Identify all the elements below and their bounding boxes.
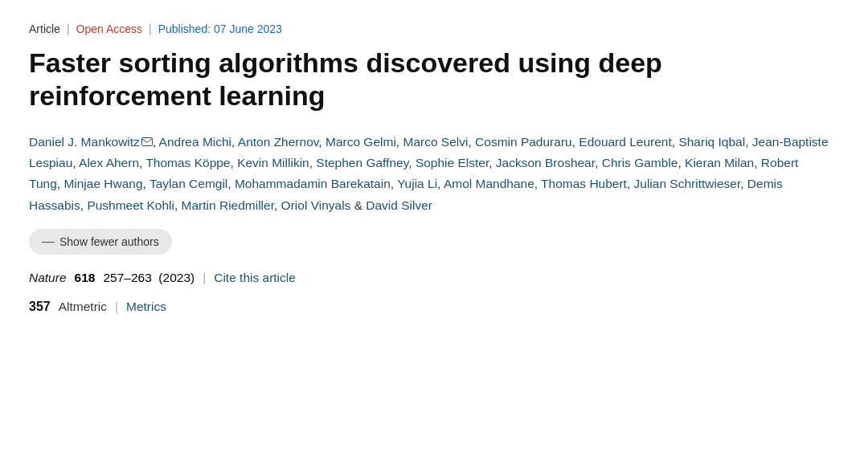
author-link[interactable]: Mohammadamin Barekatain bbox=[235, 177, 391, 190]
author-link[interactable]: Marco Selvi bbox=[403, 135, 468, 149]
author-link[interactable]: Pushmeet Kohli bbox=[87, 198, 174, 212]
cite-this-article-link[interactable]: Cite this article bbox=[214, 271, 296, 285]
author-link[interactable]: Thomas Hubert bbox=[541, 177, 627, 190]
author-link[interactable]: David Silver bbox=[366, 198, 432, 212]
metrics-link[interactable]: Metrics bbox=[126, 300, 166, 314]
author-link[interactable]: Edouard Leurent bbox=[579, 135, 671, 149]
journal-name: Nature bbox=[29, 271, 67, 285]
pages-year: 257–263 (2023) bbox=[103, 271, 194, 285]
author-link[interactable]: Andrea Michi bbox=[159, 135, 231, 149]
author-link[interactable]: Marco Gelmi bbox=[326, 135, 396, 149]
author-link[interactable]: Kieran Milan bbox=[685, 156, 754, 169]
author-link[interactable]: Taylan Cemgil bbox=[149, 177, 227, 190]
meta-bar: Article | Open Access | Published: 07 Ju… bbox=[29, 22, 839, 35]
citation-separator: | bbox=[203, 271, 206, 285]
author-link[interactable]: Anton Zhernov bbox=[238, 135, 319, 149]
author-link[interactable]: Yujia Li bbox=[397, 177, 437, 190]
author-link[interactable]: Amol Mandhane bbox=[444, 177, 534, 190]
altmetric-score: 357 bbox=[29, 300, 51, 314]
citation-bar: Nature 618 257–263 (2023) | Cite this ar… bbox=[29, 271, 839, 285]
separator-2: | bbox=[149, 22, 152, 35]
author-link[interactable]: Stephen Gaffney bbox=[316, 156, 408, 169]
article-title: Faster sorting algorithms discovered usi… bbox=[29, 47, 800, 112]
email-icon bbox=[141, 137, 153, 146]
author-link[interactable]: Thomas Köppe bbox=[145, 156, 230, 169]
author-link[interactable]: Julian Schrittwieser bbox=[634, 177, 741, 190]
minus-icon: — bbox=[42, 235, 55, 248]
separator-1: | bbox=[67, 22, 70, 35]
author-link[interactable]: Chris Gamble bbox=[602, 156, 678, 169]
author-link[interactable]: Sophie Elster bbox=[416, 156, 489, 169]
svg-rect-0 bbox=[141, 138, 152, 146]
author-link[interactable]: Alex Ahern bbox=[79, 156, 139, 169]
show-fewer-authors-button[interactable]: — Show fewer authors bbox=[29, 229, 172, 255]
metrics-bar: 357 Altmetric | Metrics bbox=[29, 300, 839, 314]
metrics-separator: | bbox=[115, 300, 118, 314]
author-link[interactable]: Kevin Millikin bbox=[237, 156, 309, 169]
author-link[interactable]: Minjae Hwang bbox=[63, 177, 142, 190]
author-link[interactable]: Daniel J. Mankowitz bbox=[29, 135, 140, 149]
open-access-link[interactable]: Open Access bbox=[76, 22, 143, 35]
published-date-link[interactable]: Published: 07 June 2023 bbox=[158, 22, 282, 35]
show-fewer-label: Show fewer authors bbox=[59, 235, 159, 248]
article-type: Article bbox=[29, 22, 60, 35]
author-link[interactable]: Shariq Iqbal bbox=[678, 135, 745, 149]
altmetric-label: Altmetric bbox=[59, 300, 107, 314]
volume-bold: 618 bbox=[75, 271, 96, 285]
author-link[interactable]: Cosmin Paduraru bbox=[475, 135, 572, 149]
authors-section: Daniel J. Mankowitz , Andrea Michi, Anto… bbox=[29, 132, 833, 216]
author-link[interactable]: Oriol Vinyals bbox=[281, 198, 351, 212]
author-link[interactable]: Jackson Broshear bbox=[496, 156, 595, 169]
author-link[interactable]: Martin Riedmiller bbox=[182, 198, 274, 212]
